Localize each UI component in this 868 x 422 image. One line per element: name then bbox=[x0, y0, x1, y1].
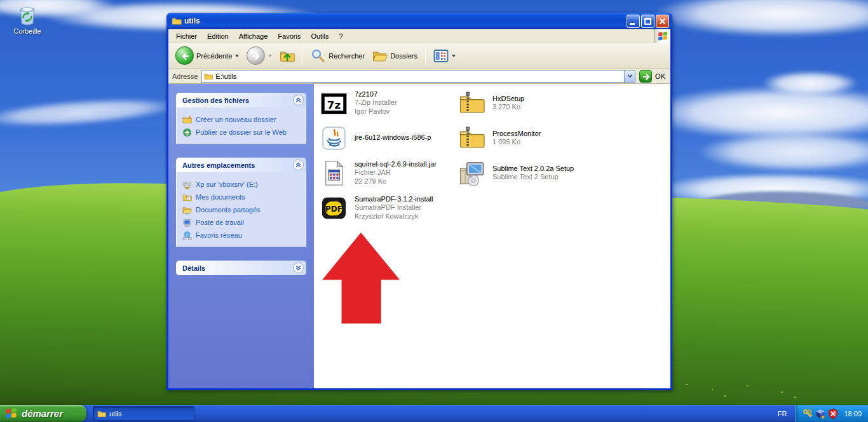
menu-item-2[interactable]: Affichage bbox=[234, 31, 273, 42]
file-name: ProcessMonitor bbox=[492, 130, 541, 139]
recycle-bin-label: Corbeille bbox=[8, 27, 47, 35]
go-button[interactable]: OK bbox=[639, 70, 667, 83]
menu-item-1[interactable]: Edition bbox=[202, 31, 234, 42]
taskbar-clock: 18:09 bbox=[844, 410, 862, 418]
cloud bbox=[763, 71, 858, 95]
search-button[interactable]: Rechercher bbox=[308, 47, 368, 65]
new-folder-icon bbox=[182, 115, 192, 125]
address-bar: Adresse E:\utils OK bbox=[168, 69, 670, 84]
file-item-text: jre-6u12-windows-i586-p bbox=[355, 133, 431, 142]
java-icon bbox=[321, 125, 347, 151]
search-label: Rechercher bbox=[329, 52, 365, 60]
sidebar-item-label: Xp sur 'vboxsrv' (E:) bbox=[196, 180, 258, 188]
sidebar-panel-header[interactable]: Autres emplacements bbox=[176, 158, 306, 172]
views-icon bbox=[433, 48, 449, 64]
sidebar-item[interactable]: Poste de travail bbox=[182, 216, 303, 229]
taskbar-spacer bbox=[194, 405, 769, 422]
publish-web-icon bbox=[182, 128, 192, 137]
my-computer-icon bbox=[182, 218, 192, 228]
sidebar-item-label: Créer un nouveau dossier bbox=[196, 116, 276, 123]
back-dropdown-caret[interactable] bbox=[235, 55, 239, 57]
sidebar-panel-body: Créer un nouveau dossierPublier ce dossi… bbox=[176, 107, 306, 144]
address-input[interactable]: E:\utils bbox=[201, 70, 635, 83]
windows-flag-icon bbox=[4, 407, 18, 420]
sidebar-item[interactable]: Favoris réseau bbox=[182, 229, 303, 242]
minimize-button[interactable] bbox=[627, 15, 640, 28]
file-detail: Igor Pavlov bbox=[355, 107, 397, 116]
file-item[interactable]: ProcessMonitor1 095 Ko bbox=[459, 125, 605, 151]
sidebar-item[interactable]: Documents partagés bbox=[182, 203, 303, 216]
file-detail: SumatraPDF Installer bbox=[355, 203, 433, 212]
zip-folder-icon bbox=[459, 125, 485, 151]
forward-button[interactable] bbox=[243, 45, 275, 66]
taskbar-task-utils[interactable]: utils bbox=[93, 406, 194, 421]
chevron-up-icon[interactable] bbox=[293, 95, 304, 106]
file-item[interactable]: jre-6u12-windows-i586-p bbox=[321, 125, 451, 151]
installer-icon bbox=[459, 160, 485, 186]
sidebar-item[interactable]: Xp sur 'vboxsrv' (E:) bbox=[182, 178, 303, 191]
sidebar-item[interactable]: Mes documents bbox=[182, 191, 303, 203]
sidebar-panel-2: Détails bbox=[176, 261, 306, 275]
titlebar[interactable]: utils bbox=[166, 13, 672, 29]
file-name: SumatraPDF-3.1.2-install bbox=[355, 195, 433, 204]
back-button[interactable]: Précédente bbox=[172, 45, 242, 66]
file-list-area[interactable]: 7z7z21077-Zip InstallerIgor Pavlovjre-6u… bbox=[314, 84, 670, 388]
explorer-window: utils FichierEditionAffichageFavorisOuti… bbox=[166, 13, 672, 390]
menu-item-4[interactable]: Outils bbox=[306, 31, 334, 42]
keys-icon[interactable] bbox=[803, 409, 813, 419]
back-label: Précédente bbox=[196, 52, 232, 60]
menu-item-3[interactable]: Favoris bbox=[273, 31, 306, 42]
menu-item-5[interactable]: ? bbox=[334, 31, 348, 42]
7zip-icon: 7z bbox=[321, 90, 347, 116]
address-folder-icon bbox=[204, 72, 213, 81]
close-button[interactable] bbox=[656, 15, 669, 28]
file-detail: 7-Zip Installer bbox=[355, 99, 397, 107]
file-detail: 3 270 Ko bbox=[492, 103, 524, 112]
file-item[interactable]: 7z7z21077-Zip InstallerIgor Pavlov bbox=[321, 90, 451, 116]
taskbar: démarrer utils FR 18:09 bbox=[0, 405, 868, 422]
recycle-bin-desktop-icon[interactable]: Corbeille bbox=[8, 4, 47, 35]
red-up-arrow-overlay bbox=[322, 233, 400, 323]
menu-item-0[interactable]: Fichier bbox=[171, 31, 202, 42]
views-button[interactable] bbox=[430, 47, 459, 65]
address-label: Adresse bbox=[172, 72, 198, 80]
go-ok-label: OK bbox=[655, 72, 665, 80]
sidebar-item[interactable]: Publier ce dossier sur le Web bbox=[182, 126, 303, 139]
window-folder-icon bbox=[172, 16, 182, 26]
vbox-cube-icon[interactable] bbox=[815, 409, 825, 419]
file-detail: Krzysztof Kowalczyk bbox=[355, 212, 433, 221]
jar-icon bbox=[321, 160, 347, 186]
language-indicator[interactable]: FR bbox=[769, 405, 796, 422]
file-item[interactable]: HxDSetup3 270 Ko bbox=[459, 90, 605, 116]
file-name: HxDSetup bbox=[492, 95, 524, 104]
address-value: E:\utils bbox=[215, 72, 624, 80]
recycle-bin-icon bbox=[16, 4, 39, 27]
sidebar-item[interactable]: Créer un nouveau dossier bbox=[182, 113, 303, 126]
maximize-button[interactable] bbox=[641, 15, 654, 28]
sidebar-panel-header[interactable]: Gestion des fichiers bbox=[176, 93, 306, 107]
file-name: jre-6u12-windows-i586-p bbox=[355, 133, 431, 142]
folders-label: Dossiers bbox=[390, 52, 417, 60]
start-button[interactable]: démarrer bbox=[0, 405, 86, 422]
address-dropdown-button[interactable] bbox=[624, 71, 635, 82]
toolbar: Précédente Rechercher Dossiers bbox=[168, 43, 670, 69]
sidebar-item-label: Favoris réseau bbox=[196, 231, 242, 239]
up-button[interactable] bbox=[276, 47, 298, 65]
chevron-down-icon[interactable] bbox=[293, 262, 304, 273]
views-dropdown-caret[interactable] bbox=[452, 55, 456, 57]
toolbar-separator bbox=[302, 47, 303, 65]
zip-folder-icon bbox=[459, 90, 485, 116]
sidebar-panel-header[interactable]: Détails bbox=[176, 261, 306, 275]
folders-button[interactable]: Dossiers bbox=[369, 47, 421, 65]
forward-dropdown-caret[interactable] bbox=[268, 55, 272, 57]
file-column-1: 7z7z21077-Zip InstallerIgor Pavlovjre-6u… bbox=[321, 90, 451, 229]
chevron-up-icon[interactable] bbox=[293, 160, 304, 170]
sidebar-panel-title: Autres emplacements bbox=[182, 161, 293, 169]
file-item-text: 7z21077-Zip InstallerIgor Pavlov bbox=[355, 90, 397, 116]
file-item[interactable]: squirrel-sql-2.6.9-install.jarFichier JA… bbox=[321, 160, 451, 186]
file-item-text: ProcessMonitor1 095 Ko bbox=[492, 130, 541, 147]
security-shield-icon[interactable] bbox=[828, 409, 838, 419]
file-name: squirrel-sql-2.6.9-install.jar bbox=[355, 160, 437, 169]
file-item[interactable]: PDFSumatraPDF-3.1.2-installSumatraPDF In… bbox=[321, 194, 451, 221]
file-item[interactable]: Sublime Text 2.0.2a SetupSublime Text 2 … bbox=[459, 160, 605, 186]
